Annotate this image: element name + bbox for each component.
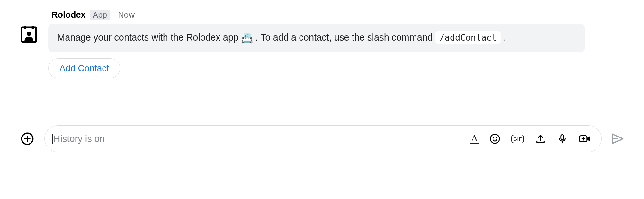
plus-circle-icon — [21, 132, 34, 146]
text-format-icon: A — [470, 134, 478, 144]
input-toolbar: A GIF — [470, 133, 594, 144]
action-row: Add Contact — [48, 58, 585, 78]
microphone-button[interactable] — [557, 133, 568, 144]
add-attachment-button[interactable] — [19, 131, 35, 147]
upload-button[interactable] — [535, 133, 546, 144]
emoji-icon — [489, 133, 500, 144]
message-header: Rolodex App Now — [48, 10, 585, 20]
svg-point-3 — [27, 32, 31, 36]
app-avatar — [19, 24, 39, 43]
upload-icon — [535, 133, 546, 144]
message-text-suffix: . — [504, 32, 506, 43]
svg-point-7 — [490, 134, 499, 143]
composer: A GIF — [19, 125, 625, 152]
svg-rect-10 — [561, 135, 564, 140]
svg-rect-2 — [32, 26, 34, 29]
gif-button[interactable]: GIF — [511, 135, 524, 143]
add-contact-button[interactable]: Add Contact — [48, 58, 120, 78]
video-plus-icon — [579, 133, 591, 144]
video-button[interactable] — [579, 133, 591, 144]
author-badge: App — [90, 10, 110, 20]
message-bubble: Manage your contacts with the Rolodex ap… — [48, 24, 585, 52]
message-row: Rolodex App Now Manage your contacts wit… — [19, 10, 625, 78]
rolodex-emoji: 📇 — [241, 33, 253, 43]
send-button[interactable] — [611, 132, 625, 146]
message-input[interactable] — [54, 134, 471, 144]
svg-rect-1 — [24, 26, 26, 29]
message-text-mid: . To add a contact, use the slash comman… — [255, 32, 435, 43]
message-timestamp: Now — [118, 10, 135, 20]
svg-point-8 — [493, 137, 494, 138]
chat-area: Rolodex App Now Manage your contacts wit… — [0, 0, 644, 78]
text-cursor — [52, 134, 53, 144]
message-content: Rolodex App Now Manage your contacts wit… — [48, 10, 585, 78]
send-icon — [611, 132, 625, 146]
text-formatting-button[interactable]: A — [470, 134, 478, 144]
author-name: Rolodex — [51, 10, 86, 20]
microphone-icon — [557, 133, 568, 144]
slash-command-code: /addContact — [435, 31, 501, 44]
gif-icon: GIF — [511, 135, 524, 143]
svg-point-9 — [496, 137, 497, 138]
message-input-container[interactable]: A GIF — [44, 125, 602, 152]
emoji-button[interactable] — [489, 133, 500, 144]
calendar-person-icon — [19, 24, 39, 43]
message-text-prefix: Manage your contacts with the Rolodex ap… — [57, 32, 241, 43]
